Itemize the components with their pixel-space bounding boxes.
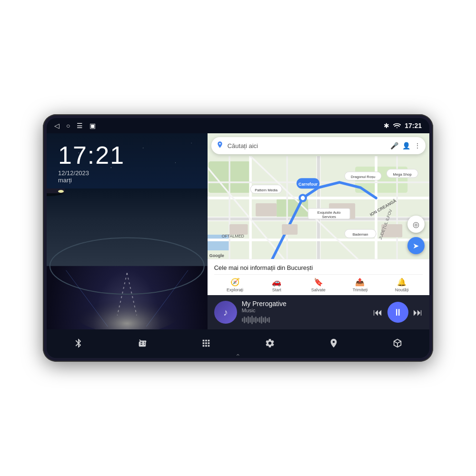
cube-button[interactable] — [386, 338, 409, 351]
waveform-bar-7 — [253, 317, 255, 322]
svg-text:Dragonul Roșu: Dragonul Roșu — [351, 175, 375, 179]
waveform-bar-8 — [255, 317, 257, 323]
svg-text:OFTALMED: OFTALMED — [221, 234, 244, 238]
maps-tab-share[interactable]: 📤 Trimiteți — [339, 278, 381, 292]
apps-grid-icon — [201, 338, 211, 351]
music-note-icon: ♪ — [223, 307, 228, 318]
settings-gear-icon — [265, 338, 275, 351]
waveform-bar-15 — [268, 317, 270, 323]
waveform-bar-2 — [244, 317, 245, 323]
status-bar-left: ◁ ○ ☰ ▣ — [54, 122, 96, 129]
pause-icon: ⏸ — [393, 307, 403, 318]
screenshot-icon[interactable]: ▣ — [89, 122, 96, 129]
car-section — [47, 188, 208, 329]
bottom-bar: ⌃ — [47, 329, 429, 358]
clock-date: 12/12/2023 marți — [58, 169, 196, 184]
svg-text:Pattern Media: Pattern Media — [255, 188, 278, 192]
wifi-icon — [393, 122, 401, 129]
svg-text:Bademan: Bademan — [352, 232, 368, 237]
waveform-bar-5 — [249, 317, 251, 323]
home-circle-icon[interactable]: ○ — [66, 122, 70, 129]
start-label: Start — [272, 288, 281, 292]
album-art: ♪ — [214, 301, 237, 324]
chevron-up-icon[interactable]: ⌃ — [235, 353, 241, 358]
clock-time: 17:21 — [58, 143, 196, 168]
maps-info-title: Cele mai noi informații din București — [214, 264, 423, 271]
compass-icon: ➤ — [413, 241, 419, 250]
svg-point-41 — [300, 196, 305, 200]
music-waveform — [242, 315, 368, 325]
saved-label: Salvate — [311, 288, 326, 292]
cube-3d-icon — [392, 338, 403, 351]
main-content: 17:21 12/12/2023 marți — [47, 133, 429, 329]
tunnel-svg — [47, 188, 208, 329]
share-label: Trimiteți — [353, 288, 368, 292]
share-icon: 📤 — [355, 278, 365, 287]
search-placeholder[interactable]: Căutați aici — [228, 142, 387, 149]
device-screen: ◁ ○ ☰ ▣ ✱ 17:21 17 — [47, 118, 429, 358]
bluetooth-button[interactable] — [67, 338, 90, 351]
explore-label: Explorați — [227, 288, 243, 292]
waveform-bar-6 — [251, 316, 253, 324]
waveform-bar-3 — [246, 317, 247, 322]
settings-button[interactable] — [258, 338, 282, 351]
play-pause-button[interactable]: ⏸ — [387, 302, 408, 323]
bluetooth-status-icon: ✱ — [384, 122, 389, 129]
waveform-bar-9 — [257, 318, 258, 322]
svg-rect-36 — [282, 224, 298, 235]
mic-icon[interactable]: 🎤 — [390, 142, 398, 149]
waveform-bar-14 — [267, 318, 268, 322]
music-controls: ⏮ ⏸ ⏭ — [373, 302, 423, 323]
maps-tab-explore[interactable]: 🧭 Explorați — [214, 278, 256, 292]
left-panel: 17:21 12/12/2023 marți — [47, 133, 208, 329]
waveform-bar-13 — [265, 317, 266, 323]
map-section[interactable]: Carrefour Pattern Media Dragonul Roșu Me… — [208, 133, 429, 259]
svg-text:Carrefour: Carrefour — [298, 182, 318, 187]
svg-rect-0 — [47, 188, 208, 266]
map-svg: Carrefour Pattern Media Dragonul Roșu Me… — [208, 156, 429, 259]
radio-bottom-icon — [137, 338, 148, 351]
maps-nav-tabs: 🧭 Explorați 🚗 Start 🔖 Salvate 📤 — [214, 274, 423, 292]
svg-text:Exquisite Auto: Exquisite Auto — [317, 210, 340, 215]
waveform-bar-4 — [248, 316, 249, 324]
menu-icon[interactable]: ☰ — [77, 122, 83, 129]
svg-point-13 — [58, 190, 64, 193]
bookmark-icon: 🔖 — [314, 278, 323, 287]
next-button[interactable]: ⏭ — [413, 307, 423, 318]
explore-icon: 🧭 — [230, 278, 240, 287]
waveform-bar-11 — [261, 316, 262, 324]
radio-button[interactable] — [130, 338, 154, 351]
svg-text:Mega Shop: Mega Shop — [393, 172, 411, 177]
account-icon[interactable]: 👤 — [402, 142, 410, 149]
google-maps-logo — [216, 141, 224, 150]
google-logo: Google — [209, 253, 224, 258]
status-bar: ◁ ○ ☰ ▣ ✱ 17:21 — [47, 118, 429, 133]
maps-bottom-button[interactable] — [322, 338, 346, 351]
more-options-icon[interactable]: ⋮ — [414, 142, 421, 149]
maps-info-panel: Cele mai noi informații din București 🧭 … — [208, 259, 429, 295]
back-arrow-icon[interactable]: ◁ — [54, 122, 60, 129]
device-frame: ◁ ○ ☰ ▣ ✱ 17:21 17 — [43, 114, 433, 362]
news-label: Noutăți — [395, 288, 409, 292]
status-time: 17:21 — [405, 122, 422, 129]
target-icon: ◎ — [413, 220, 419, 229]
previous-button[interactable]: ⏮ — [373, 307, 383, 318]
map-layers-button[interactable]: ◎ — [407, 216, 425, 233]
bluetooth-bottom-icon — [73, 338, 84, 351]
car-nav-icon: 🚗 — [272, 278, 281, 287]
map-location-button[interactable]: ➤ — [407, 237, 425, 254]
music-player: ♪ My Prerogative Music — [208, 295, 429, 329]
bell-icon: 🔔 — [397, 278, 407, 287]
waveform-bar-12 — [263, 317, 264, 322]
maps-tab-start[interactable]: 🚗 Start — [256, 278, 298, 292]
status-bar-right: ✱ 17:21 — [384, 122, 422, 129]
svg-rect-35 — [256, 203, 277, 217]
music-title: My Prerogative — [242, 300, 368, 307]
maps-tab-news[interactable]: 🔔 Noutăți — [381, 278, 423, 292]
svg-text:Services: Services — [322, 215, 336, 219]
apps-button[interactable] — [194, 338, 218, 351]
waveform-bar-1 — [242, 318, 243, 322]
maps-tab-saved[interactable]: 🔖 Salvate — [298, 278, 339, 292]
right-panel: Carrefour Pattern Media Dragonul Roșu Me… — [208, 133, 429, 329]
map-search-bar[interactable]: Căutați aici 🎤 👤 ⋮ — [211, 137, 426, 154]
